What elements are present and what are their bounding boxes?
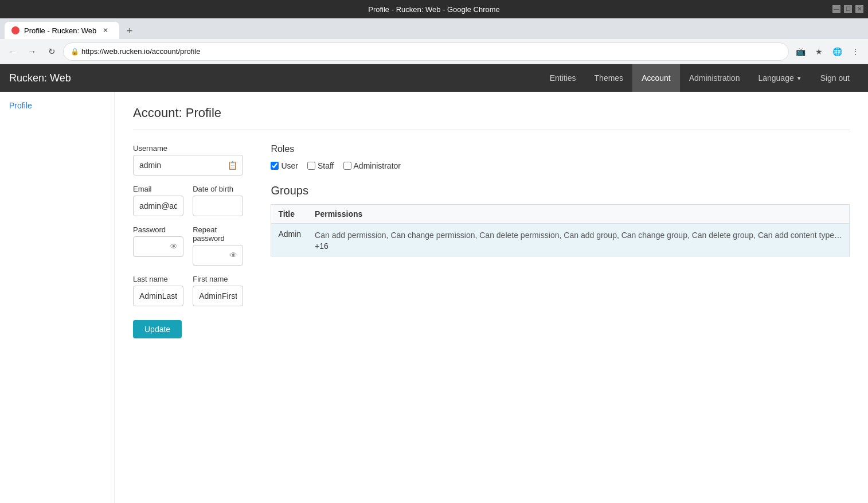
bookmark-icon[interactable]: ★ xyxy=(811,44,827,60)
refresh-button[interactable]: ↻ xyxy=(44,44,60,60)
cast-icon[interactable]: 📺 xyxy=(792,44,808,60)
username-copy-icon[interactable]: 📋 xyxy=(228,161,237,170)
tab-title: Profile - Rucken: Web xyxy=(24,26,96,35)
forward-button[interactable]: → xyxy=(24,44,40,60)
minimize-button[interactable]: — xyxy=(832,5,840,13)
role-administrator-label: Administrator xyxy=(354,161,401,170)
permissions-more: +16 xyxy=(315,241,329,251)
email-group: Email xyxy=(133,185,183,216)
email-label: Email xyxy=(133,185,183,193)
role-user-label: User xyxy=(281,161,298,170)
nav-language[interactable]: Language ▼ xyxy=(749,64,811,92)
firstname-input[interactable] xyxy=(193,286,243,306)
close-button[interactable]: ✕ xyxy=(855,5,863,13)
groups-title: Groups xyxy=(271,184,850,197)
col-permissions: Permissions xyxy=(308,205,849,224)
menu-icon[interactable]: ⋮ xyxy=(847,44,863,60)
password-label: Password xyxy=(133,225,183,234)
roles-title: Roles xyxy=(271,144,850,154)
page-layout: Profile Account: Profile Username 📋 xyxy=(0,92,868,503)
firstname-group: First name xyxy=(193,275,243,306)
tab-close-button[interactable]: ✕ xyxy=(101,26,110,35)
password-row: Password 👁 Repeat password 👁 xyxy=(133,225,243,275)
username-label: Username xyxy=(133,144,243,153)
password-group: Password 👁 xyxy=(133,225,183,266)
nav-entities[interactable]: Entities xyxy=(541,64,585,92)
role-staff-label: Staff xyxy=(318,161,334,170)
content-grid: Username 📋 Email Date of birth xyxy=(133,144,850,338)
role-user-checkbox[interactable] xyxy=(271,162,279,170)
repeat-password-visibility-icon[interactable]: 👁 xyxy=(229,251,237,260)
password-input-wrap: 👁 xyxy=(133,236,183,257)
table-header-row: Title Permissions xyxy=(271,205,850,224)
browser-titlebar: Profile - Rucken: Web - Google Chrome — … xyxy=(0,0,868,18)
address-bar: ← → ↻ 🔒 https://web.rucken.io/account/pr… xyxy=(0,39,868,64)
browser-tabs: Profile - Rucken: Web ✕ + xyxy=(0,18,868,39)
address-url: https://web.rucken.io/account/profile xyxy=(81,47,781,56)
divider xyxy=(133,130,850,130)
role-staff-checkbox[interactable] xyxy=(307,162,315,170)
address-bar-input-wrap[interactable]: 🔒 https://web.rucken.io/account/profile xyxy=(63,42,789,61)
dob-group: Date of birth xyxy=(193,185,243,216)
group-title-cell: Admin xyxy=(271,224,308,257)
username-input[interactable] xyxy=(133,155,243,176)
role-administrator-checkbox[interactable] xyxy=(343,162,351,170)
main-content: Account: Profile Username 📋 Email xyxy=(115,92,868,503)
permissions-text: Can add permission, Can change permissio… xyxy=(315,231,842,240)
update-button[interactable]: Update xyxy=(133,320,182,338)
sidebar: Profile xyxy=(0,92,115,503)
dob-input[interactable] xyxy=(193,196,243,216)
email-input[interactable] xyxy=(133,196,183,216)
browser-title: Profile - Rucken: Web - Google Chrome xyxy=(368,5,500,14)
lastname-input[interactable] xyxy=(133,286,183,306)
group-permissions-cell: Can add permission, Can change permissio… xyxy=(308,224,849,257)
nav-account[interactable]: Account xyxy=(632,64,680,92)
username-group: Username 📋 xyxy=(133,144,243,176)
tab-favicon xyxy=(11,26,19,34)
name-row: Last name First name xyxy=(133,275,243,315)
nav-administration[interactable]: Administration xyxy=(680,64,749,92)
lastname-label: Last name xyxy=(133,275,183,283)
role-administrator: Administrator xyxy=(343,161,401,170)
nav-themes[interactable]: Themes xyxy=(585,64,633,92)
lastname-group: Last name xyxy=(133,275,183,306)
maximize-button[interactable]: ☐ xyxy=(844,5,852,13)
repeat-password-input-wrap: 👁 xyxy=(193,245,243,266)
repeat-password-label: Repeat password xyxy=(193,225,243,243)
nav-signout[interactable]: Sign out xyxy=(811,64,859,92)
app-brand: Rucken: Web xyxy=(9,72,541,84)
new-tab-button[interactable]: + xyxy=(122,23,138,39)
col-title: Title xyxy=(271,205,308,224)
role-user: User xyxy=(271,161,298,170)
back-button[interactable]: ← xyxy=(5,44,21,60)
role-staff: Staff xyxy=(307,161,334,170)
email-dob-row: Email Date of birth xyxy=(133,185,243,225)
nav-links: Entities Themes Account Administration L… xyxy=(541,64,859,92)
repeat-password-group: Repeat password 👁 xyxy=(193,225,243,266)
active-tab[interactable]: Profile - Rucken: Web ✕ xyxy=(5,22,119,39)
username-input-wrap: 📋 xyxy=(133,155,243,176)
groups-table: Title Permissions Admin Can add permissi… xyxy=(271,204,850,257)
sidebar-item-profile[interactable]: Profile xyxy=(9,101,32,110)
roles-list: User Staff Administrator xyxy=(271,161,850,170)
roles-section: Roles User Staff Administrator xyxy=(271,144,850,338)
lock-icon: 🔒 xyxy=(71,48,79,56)
app-navbar: Rucken: Web Entities Themes Account Admi… xyxy=(0,64,868,92)
password-visibility-icon[interactable]: 👁 xyxy=(170,242,178,251)
form-section: Username 📋 Email Date of birth xyxy=(133,144,243,338)
table-row: Admin Can add permission, Can change per… xyxy=(271,224,850,257)
profile-avatar-icon[interactable]: 🌐 xyxy=(829,44,845,60)
firstname-label: First name xyxy=(193,275,243,283)
page-title: Account: Profile xyxy=(133,106,850,120)
dob-label: Date of birth xyxy=(193,185,243,193)
